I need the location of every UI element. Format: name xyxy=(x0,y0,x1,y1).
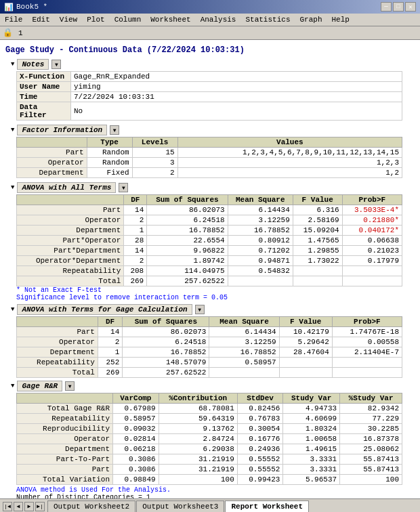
gage-rr-label: Total Variation xyxy=(17,475,113,485)
main-title: Gage Study - Continuous Data (7/22/2024 … xyxy=(5,45,417,55)
anova-gage-df: 252 xyxy=(98,358,122,368)
anova-row-label: Repeatability xyxy=(17,266,124,276)
page-number: 1 xyxy=(18,29,23,37)
anova-df: 208 xyxy=(124,266,147,276)
graph-menu[interactable]: Graph xyxy=(297,15,324,24)
gage-rr-pct: 2.84724 xyxy=(159,434,237,444)
anova-ms: 0.54832 xyxy=(228,266,293,276)
notes-row: Time7/22/2024 10:03:31 xyxy=(17,92,402,102)
factor-info-section: ▼ Factor Information ▼ Type Levels Value… xyxy=(11,125,417,178)
sheet-area[interactable]: Gage Study - Continuous Data (7/22/2024 … xyxy=(0,40,420,498)
worksheet-menu[interactable]: Worksheet xyxy=(148,15,192,24)
anova-df: 14 xyxy=(124,246,147,256)
anova-gage-col-df: DF xyxy=(98,317,122,327)
anova-ms: 0.80912 xyxy=(228,236,293,246)
anova-gage-col-ss: Sum of Squares xyxy=(123,317,209,327)
gage-rr-stddev: 0.24936 xyxy=(237,444,283,454)
gage-rr-varcomp: 0.98849 xyxy=(113,475,159,485)
notes-label: Data Filter xyxy=(17,102,71,121)
anova-df: 269 xyxy=(124,276,147,286)
minimize-button[interactable]: ─ xyxy=(381,2,392,12)
tab-first-button[interactable]: |◀ xyxy=(3,502,12,511)
edit-menu[interactable]: Edit xyxy=(30,15,51,24)
file-menu[interactable]: File xyxy=(3,15,24,24)
tab-last-button[interactable]: ▶| xyxy=(35,502,45,511)
gage-rr-varcomp: 0.09032 xyxy=(113,424,159,434)
anova-gage-table: DF Sum of Squares Mean Square F Value Pr… xyxy=(16,316,402,378)
anova-ms: 0.94871 xyxy=(228,256,293,266)
anova-gage-col-f: F Value xyxy=(279,317,332,327)
window-controls: ─ □ ✕ xyxy=(381,2,416,12)
notes-dropdown[interactable]: ▼ xyxy=(51,60,61,69)
notes-label: User Name xyxy=(17,82,71,92)
factor-values: 1,2,3 xyxy=(177,158,402,168)
anova-gage-p xyxy=(332,358,402,368)
gage-rr-stddev: 0.82456 xyxy=(237,404,283,414)
gage-rr-row: Total Variation0.988491000.994235.965371… xyxy=(17,475,402,485)
gage-rr-stddev: 0.99423 xyxy=(237,475,283,485)
title-bar: 📊 Book5 * ─ □ ✕ xyxy=(0,0,420,14)
help-menu[interactable]: Help xyxy=(330,15,352,24)
gage-rr-pct: 6.29038 xyxy=(159,444,237,454)
anova-ms: 16.78852 xyxy=(228,226,293,236)
anova-ss: 86.02073 xyxy=(147,205,228,215)
close-button[interactable]: ✕ xyxy=(405,2,416,12)
anova-gage-df: 2 xyxy=(98,337,122,347)
anova-all-col-label xyxy=(17,195,124,205)
gage-rr-label: Reproducibility xyxy=(17,424,113,434)
anova-all-dropdown[interactable]: ▼ xyxy=(119,183,128,192)
worksheet-tab[interactable]: Output Worksheet3 xyxy=(136,500,224,512)
gage-rr-pct: 100 xyxy=(159,475,237,485)
gage-rr-dropdown[interactable]: ▼ xyxy=(65,381,75,391)
factor-dropdown[interactable]: ▼ xyxy=(110,125,119,135)
analysis-menu[interactable]: Analysis xyxy=(198,15,238,24)
anova-all-col-df: DF xyxy=(124,195,147,205)
anova-ss: 1.89742 xyxy=(147,256,228,266)
notes-expand-icon: ▼ xyxy=(11,61,14,68)
anova-gage-dropdown[interactable]: ▼ xyxy=(195,305,205,314)
anova-gage-df: 269 xyxy=(98,368,122,378)
anova-gage-col-label xyxy=(17,317,98,327)
notes-section: ▼ Notes ▼ X-FunctionGage_RnR_ExpandedUse… xyxy=(11,59,417,121)
anova-gage-ss: 6.24518 xyxy=(123,337,209,347)
anova-all-expand: ▼ xyxy=(11,184,14,191)
anova-gage-section: ▼ ANOVA with Terms for Gage Calculation … xyxy=(11,304,417,378)
view-menu[interactable]: View xyxy=(58,15,79,24)
gage-rr-col-pct-study: %Study Var xyxy=(340,393,402,404)
tab-next-button[interactable]: ▶ xyxy=(24,502,34,511)
anova-all-row: Part*Department149.968220.712021.298550.… xyxy=(17,246,402,256)
gage-rr-pct-study: 82.9342 xyxy=(340,404,402,414)
gage-rr-varcomp: 0.3086 xyxy=(113,454,159,465)
tab-prev-button[interactable]: ◀ xyxy=(14,502,23,511)
anova-p: 0.040172* xyxy=(342,226,402,236)
gage-rr-varcomp: 0.3086 xyxy=(113,465,159,475)
lock-indicator: 🔒 xyxy=(3,28,13,38)
content-area: Gage Study - Continuous Data (7/22/2024 … xyxy=(0,40,420,512)
plot-menu[interactable]: Plot xyxy=(85,15,106,24)
restore-button[interactable]: □ xyxy=(393,2,404,12)
anova-row-label: Department xyxy=(17,226,124,236)
factor-col-levels: Levels xyxy=(132,137,177,148)
worksheet-tab[interactable]: Report Worksheet xyxy=(225,500,309,512)
statistics-menu[interactable]: Statistics xyxy=(243,15,292,24)
anova-gage-f xyxy=(279,368,332,378)
factor-values: 1,2,3,4,5,6,7,8,9,10,11,12,13,14,15 xyxy=(177,148,402,158)
anova-ss: 9.96822 xyxy=(147,246,228,256)
gage-rr-stddev: 0.55552 xyxy=(237,465,283,475)
column-menu[interactable]: Column xyxy=(112,15,144,24)
factor-row: DepartmentFixed21,2 xyxy=(17,168,402,178)
tabs-bar: |◀ ◀ ▶ ▶| Output Worksheet2Output Worksh… xyxy=(0,498,420,512)
gage-rr-pct-study: 25.08062 xyxy=(340,444,402,454)
gage-rr-varcomp: 0.58957 xyxy=(113,414,159,424)
gage-rr-varcomp: 0.06218 xyxy=(113,444,159,454)
menu-bar: File Edit View Plot Column Worksheet Ana… xyxy=(0,14,420,26)
worksheet-tab[interactable]: Output Worksheet2 xyxy=(47,500,135,512)
gage-rr-row: Department0.062186.290380.249361.4961525… xyxy=(17,444,402,454)
factor-table: Type Levels Values PartRandom151,2,3,4,5… xyxy=(16,137,402,178)
anova-p: 0.06638 xyxy=(342,236,402,246)
anova-all-row: Operator26.245183.122592.581690.21880* xyxy=(17,215,402,226)
anova-ss: 257.62522 xyxy=(147,276,228,286)
notes-value: yiming xyxy=(71,82,402,92)
anova-all-row: Total269257.62522 xyxy=(17,276,402,286)
anova-gage-label: Repeatability xyxy=(17,358,98,368)
